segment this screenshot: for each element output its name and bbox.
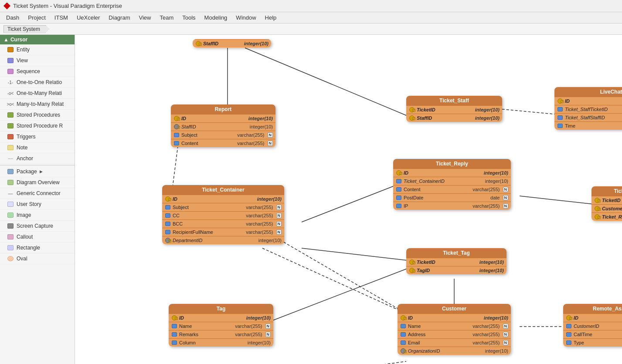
app-title: Ticket System - Visual Paradigm Enterpri… [13,3,122,9]
sidebar-label-diagram-overview: Diagram Overview [17,179,60,185]
table-tag[interactable]: Tag ID integer(10) Name varchar(255) N R… [169,304,273,347]
user-story-icon [7,201,14,207]
sidebar-item-sequence[interactable]: Sequence [0,66,75,77]
menu-window[interactable]: Window [231,13,260,22]
menu-team[interactable]: Team [155,13,178,22]
row-lc-tsstaffid: Ticket_StaffStaffID integer(10) N [554,113,622,121]
row-ra-calltime: CallTime date N [563,330,622,338]
menu-modeling[interactable]: Modeling [200,13,232,22]
sidebar-item-anchor[interactable]: ···· Anchor [0,153,75,164]
row-tc-id: ID integer(10) [162,195,284,203]
row-ra-id: ID integer(10) [563,313,622,322]
table-ticket-tag-header: Ticket_Tag [406,248,506,258]
one-to-many-icon: -o< [7,90,14,96]
generic-connector-icon: — [7,190,14,196]
table-staffid-top[interactable]: StaffID integer(10) [193,39,271,47]
sidebar-item-many-to-many[interactable]: >o< Many-to-Many Relat [0,99,75,110]
menu-uexceler[interactable]: UeXceler [72,13,104,22]
sidebar-label-one-to-many: One-to-Many Relati [17,90,62,96]
sidebar-item-image[interactable]: Image [0,210,75,221]
menu-help[interactable]: Help [261,13,281,22]
row-tag-id: ID integer(10) [169,313,273,322]
view-icon [7,57,14,64]
field-icon-lc2 [557,115,563,121]
sidebar: ▲ Cursor Entity View Sequence -1- One-to… [0,35,75,364]
menu-itsm[interactable]: ITSM [50,13,72,22]
row-report-subject: Subject varchar(255) N [171,131,275,139]
row-cust-address: Address varchar(255) N [398,330,511,338]
table-livechat[interactable]: LiveChat ID integer(10) Ticket_StaffTick… [554,87,622,130]
key-icon-tcu3 [594,214,600,220]
sidebar-label-screen-capture: Screen Capture [17,223,53,229]
menu-dash[interactable]: Dash [2,13,24,22]
diagram-canvas[interactable]: StaffID integer(10) Report ID integer(10… [75,35,622,364]
sidebar-item-note[interactable]: Note [0,142,75,153]
row-tcu-ticketid: TicketID integ [591,196,622,204]
sidebar-item-rectangle[interactable]: Rectangle [0,243,75,253]
field-icon-lc1 [557,106,563,112]
sidebar-item-entity[interactable]: Entity [0,44,75,55]
key-icon-tt2 [409,267,415,273]
key-icon-tcu1 [594,197,600,203]
table-ticket-staff[interactable]: Ticket_Staff TicketID integer(10) StaffI… [406,96,502,122]
field-icon-ra1 [566,323,572,329]
table-customer-header: Customer [398,304,511,313]
table-ticket-reply[interactable]: Ticket_Reply ID integer(10) Ticket_Conta… [393,159,511,210]
table-remote-assistance-header: Remote_Assistance [563,304,622,313]
table-ticket-reply-header: Ticket_Reply [393,159,511,169]
table-customer[interactable]: Customer ID integer(10) Name varchar(255… [398,304,511,355]
triggers-icon [7,134,14,140]
sidebar-label-package: Package [17,169,37,175]
sidebar-item-stored-procedure-r[interactable]: Stored Procedure R [0,121,75,131]
sidebar-label-entity: Entity [17,47,30,53]
sidebar-item-package[interactable]: Package ▶ [0,166,75,177]
sidebar-label-sequence: Sequence [17,68,40,74]
field-icon-r3 [173,140,180,146]
sidebar-cursor-header[interactable]: ▲ Cursor [0,35,75,44]
row-ra-type: Type varchar(255) N [563,338,622,347]
key-icon-lc [557,98,563,104]
field-icon-tag3 [171,340,177,346]
menu-tools[interactable]: Tools [178,13,200,22]
one-to-one-icon: -1- [7,79,14,85]
sidebar-item-user-story[interactable]: User Story [0,199,75,210]
sidebar-item-one-to-many[interactable]: -o< One-to-Many Relati [0,88,75,99]
row-staffid: StaffID integer(10) [193,39,271,47]
sidebar-item-screen-capture[interactable]: Screen Capture [0,221,75,232]
menu-project[interactable]: Project [24,13,50,22]
field-icon-tag1 [171,323,177,329]
sidebar-label-many-to-many: Many-to-Many Relat [17,101,64,107]
screen-capture-icon [7,223,14,229]
key-icon-cust [400,315,406,321]
sidebar-item-diagram-overview[interactable]: Diagram Overview [0,177,75,188]
row-cust-email: Email varchar(255) N [398,338,511,347]
field-icon-tc3 [165,221,171,227]
table-ticket-container[interactable]: Ticket_Container ID integer(10) Subject … [162,185,284,244]
row-tc-deptid: DepartmentID integer(10) [162,236,284,244]
menu-view[interactable]: View [134,13,155,22]
titlebar: Ticket System - Visual Paradigm Enterpri… [0,0,622,12]
sidebar-item-view[interactable]: View [0,55,75,66]
field-icon-tag2 [171,331,177,337]
table-report[interactable]: Report ID integer(10) StaffID integer(10… [171,104,275,147]
sidebar-item-oval[interactable]: Oval [0,253,75,264]
sidebar-item-stored-procedures[interactable]: Stored Procedures [0,110,75,121]
table-remote-assistance[interactable]: Remote_Assistance ID integer(10) Custome… [563,304,622,347]
sidebar-label-stored-procedures: Stored Procedures [17,112,60,118]
table-ticket-tag[interactable]: Ticket_Tag TicketID integer(10) TagID in… [406,248,506,274]
svg-line-11 [262,361,406,364]
row-ra-customerid: CustomerID integer(10) [563,322,622,330]
sidebar-item-one-to-one[interactable]: -1- One-to-One Relatio [0,77,75,88]
row-tc-cc: CC varchar(255) N [162,211,284,219]
breadcrumb-item[interactable]: Ticket System [3,25,49,33]
sidebar-item-generic-connector[interactable]: — Generic Connector [0,188,75,199]
row-tt-ticketid: TicketID integer(10) [406,258,506,266]
menu-diagram[interactable]: Diagram [104,13,134,22]
callout-icon [7,234,14,240]
sidebar-item-triggers[interactable]: Triggers [0,131,75,142]
row-tr-id: ID integer(10) [393,169,511,177]
field-icon-tc2 [165,212,171,219]
table-ticket-customer[interactable]: Ticket_Customer TicketID integ CustomerI… [591,186,622,221]
sidebar-label-anchor: Anchor [17,155,33,162]
sidebar-item-callout[interactable]: Callout [0,232,75,243]
